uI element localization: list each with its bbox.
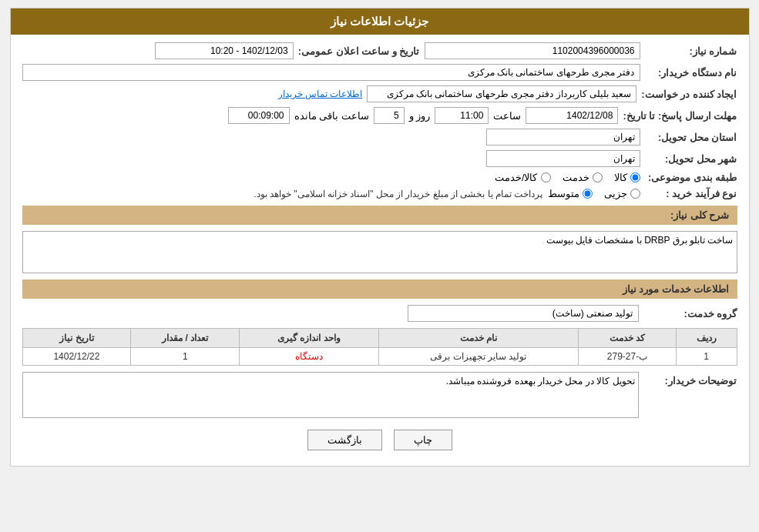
cell-unit: دستگاه xyxy=(240,348,378,366)
col-row-num: ردیف xyxy=(676,329,737,348)
services-table-section: ردیف کد خدمت نام خدمت واحد اندازه گیری ت… xyxy=(22,328,737,366)
creator-label: ایجاد کننده در خواست: xyxy=(641,89,737,100)
creator-row: ایجاد کننده در خواست: سعید بلیلی کاربردا… xyxy=(22,85,737,102)
table-row: 1 ب-27-279 تولید سایر تجهیزات برقی دستگا… xyxy=(22,348,737,366)
need-number-row: شماره نیاز: 1102004396000036 تاریخ و ساع… xyxy=(22,42,737,59)
buyer-org-value: دفتر مجری طرحهای ساختمانی بانک مرکزی xyxy=(22,64,640,81)
process-label-motavasset: متوسط xyxy=(548,188,579,199)
back-button[interactable]: بازگشت xyxy=(307,430,382,450)
deadline-time-label: ساعت xyxy=(493,110,521,122)
city-value: تهران xyxy=(486,150,640,167)
general-desc-row xyxy=(22,231,737,273)
city-row: شهر محل تحویل: تهران xyxy=(22,150,737,167)
category-radio-group: کالا/خدمت خدمت کالا xyxy=(495,172,640,183)
general-desc-section-header: شرح کلی نیاز: xyxy=(22,206,737,225)
category-row: طبقه بندی موضوعی: کالا/خدمت خدمت کالا xyxy=(22,172,737,183)
deadline-row: مهلت ارسال پاسخ: تا تاریخ: 1402/12/08 سا… xyxy=(22,107,737,124)
deadline-label: مهلت ارسال پاسخ: تا تاریخ: xyxy=(623,110,737,122)
buyer-desc-label: توضیحات خریدار: xyxy=(645,372,737,386)
col-code: کد خدمت xyxy=(579,329,677,348)
category-label-kala-khedmat: کالا/خدمت xyxy=(495,172,538,183)
province-value: تهران xyxy=(486,129,640,146)
buyer-org-row: نام دستگاه خریدار: دفتر مجری طرحهای ساخت… xyxy=(22,64,737,81)
category-option-khedmat[interactable]: خدمت xyxy=(563,172,603,183)
deadline-date: 1402/12/08 xyxy=(526,107,618,124)
buyer-org-label: نام دستگاه خریدار: xyxy=(645,67,737,79)
process-option-motavasset[interactable]: متوسط xyxy=(548,188,593,199)
need-number-value: 1102004396000036 xyxy=(425,42,640,59)
cell-name: تولید سایر تجهیزات برقی xyxy=(378,348,579,366)
cell-row-num: 1 xyxy=(676,348,737,366)
general-desc-label: شرح کلی نیاز: xyxy=(670,209,730,221)
city-label: شهر محل تحویل: xyxy=(645,153,737,165)
table-header-row: ردیف کد خدمت نام خدمت واحد اندازه گیری ت… xyxy=(22,329,737,348)
main-container: جزئیات اطلاعات نیاز شماره نیاز: 11020043… xyxy=(10,8,750,467)
contact-link[interactable]: اطلاعات تماس خریدار xyxy=(278,89,363,99)
remaining-time: 00:09:00 xyxy=(228,107,290,124)
announcement-date-label: تاریخ و ساعت اعلان عمومی: xyxy=(298,45,420,57)
services-table: ردیف کد خدمت نام خدمت واحد اندازه گیری ت… xyxy=(22,328,737,366)
print-button[interactable]: چاپ xyxy=(394,430,452,450)
service-group-label: گروه خدمت: xyxy=(645,308,737,320)
process-option-jozei[interactable]: جزیی xyxy=(604,188,640,199)
col-qty: تعداد / مقدار xyxy=(131,329,240,348)
page-content: شماره نیاز: 1102004396000036 تاریخ و ساع… xyxy=(11,35,749,466)
deadline-time: 11:00 xyxy=(435,107,489,124)
col-unit: واحد اندازه گیری xyxy=(240,329,378,348)
buyer-desc-row: توضیحات خریدار: xyxy=(22,372,737,418)
cell-code: ب-27-279 xyxy=(579,348,677,366)
header-title: جزئیات اطلاعات نیاز xyxy=(331,15,428,28)
buyer-desc-textarea[interactable] xyxy=(22,372,639,418)
category-label-khedmat: خدمت xyxy=(563,172,589,183)
cell-qty: 1 xyxy=(131,348,240,366)
col-date: تاریخ نیاز xyxy=(22,329,131,348)
process-row: نوع فرآیند خرید : متوسط جزیی پرداخت تمام… xyxy=(22,188,737,199)
process-label: نوع فرآیند خرید : xyxy=(645,188,737,199)
province-row: استان محل تحویل: تهران xyxy=(22,129,737,146)
services-section-title: اطلاعات خدمات مورد نیاز xyxy=(623,283,730,295)
category-label: طبقه بندی موضوعی: xyxy=(645,172,737,183)
cell-date: 1402/12/22 xyxy=(22,348,131,366)
process-label-jozei: جزیی xyxy=(604,188,627,199)
general-desc-textarea[interactable] xyxy=(22,231,737,273)
remaining-label: ساعت باقی مانده xyxy=(294,110,369,122)
footer-buttons: چاپ بازگشت xyxy=(22,430,737,450)
province-label: استان محل تحویل: xyxy=(645,132,737,143)
category-option-kala-khedmat[interactable]: کالا/خدمت xyxy=(495,172,551,183)
need-number-label: شماره نیاز: xyxy=(645,45,737,57)
category-label-kala: کالا xyxy=(614,172,627,183)
service-group-value: تولید صنعتی (ساخت) xyxy=(408,305,639,322)
process-radio-group: متوسط جزیی xyxy=(548,188,640,199)
category-option-kala[interactable]: کالا xyxy=(614,172,640,183)
page-header: جزئیات اطلاعات نیاز xyxy=(11,8,749,35)
deadline-days: 5 xyxy=(374,107,405,124)
service-group-row: گروه خدمت: تولید صنعتی (ساخت) xyxy=(22,305,737,322)
creator-value: سعید بلیلی کاربرداز دفتر مجری طرحهای ساخ… xyxy=(367,85,636,102)
services-section-header: اطلاعات خدمات مورد نیاز xyxy=(22,279,737,299)
announcement-date-value: 1402/12/03 - 10:20 xyxy=(155,42,294,59)
col-name: نام خدمت xyxy=(378,329,579,348)
deadline-days-label: روز و xyxy=(409,110,431,122)
process-note: پرداخت تمام یا بخشی از مبلغ خریدار از مح… xyxy=(22,189,543,199)
